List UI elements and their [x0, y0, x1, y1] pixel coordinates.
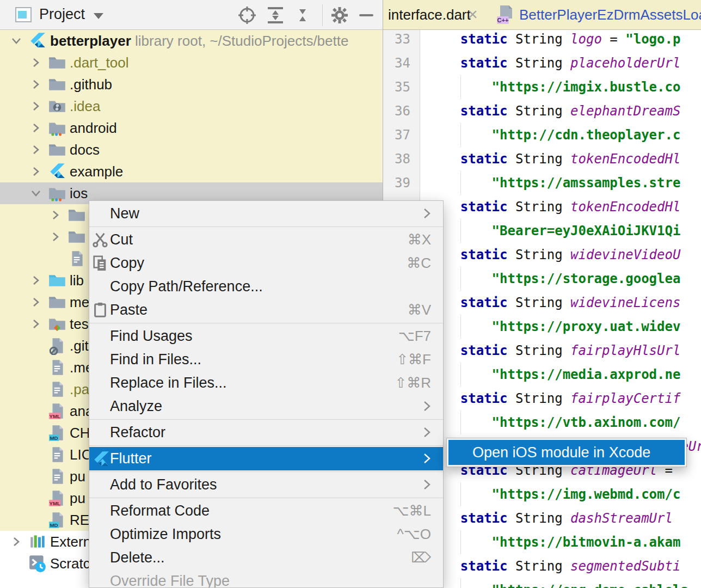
menu-item-new[interactable]: New — [89, 202, 443, 225]
tree-item-label: .git — [70, 335, 89, 357]
menu-item-copy-path-reference[interactable]: Copy Path/Reference... — [89, 275, 443, 298]
tree-item-docs[interactable]: docs — [0, 139, 383, 161]
scratches-icon — [28, 554, 47, 573]
locate-target-icon[interactable] — [237, 5, 257, 25]
tree-item-label: .github — [70, 74, 112, 95]
menu-item-label: Find Usages — [110, 324, 193, 348]
menu-item-flutter[interactable]: Flutter — [89, 447, 443, 470]
cpp-file-icon: C++ — [495, 4, 514, 25]
menu-item-find-usages[interactable]: Find Usages⌥F7 — [89, 324, 443, 348]
ide-window: Project betterplayer library root, ~/Stu… — [0, 0, 701, 588]
menu-item-find-in-files[interactable]: Find in Files...⇧⌘F — [89, 348, 443, 371]
folder-icon — [48, 140, 66, 159]
file-text-icon — [48, 380, 66, 399]
tree-item-label: me — [70, 291, 89, 313]
chevron-right-icon[interactable] — [29, 317, 42, 330]
chevron-right-icon[interactable] — [29, 143, 42, 156]
code-line-41[interactable]: "Bearer=eyJ0eXAiOiJKV1Qi — [429, 219, 680, 243]
tab-betterplayer-ezdrm[interactable]: BetterPlayerEzDrmAssetsLoaderD — [519, 7, 701, 23]
chevron-right-icon[interactable] — [29, 100, 42, 113]
chevron-right-icon[interactable] — [29, 165, 42, 178]
code-line-42[interactable]: static String widevineVideoU — [429, 243, 680, 267]
menu-item-shortcut: ⌥⌘L — [393, 499, 431, 523]
menu-item-cut[interactable]: Cut⌘X — [89, 228, 443, 252]
file-ignored-icon — [48, 336, 66, 355]
menu-item-shortcut: ⇧⌘R — [395, 371, 431, 395]
tree-item-.dart_tool[interactable]: .dart_tool — [0, 52, 383, 74]
menu-item-refactor[interactable]: Refactor — [89, 421, 443, 444]
code-line-34[interactable]: static String placeholderUrl — [429, 51, 680, 75]
file-yml-icon: YML — [48, 402, 66, 420]
menu-item-copy[interactable]: Copy⌘C — [89, 252, 443, 275]
file-md-icon: MD — [48, 424, 66, 442]
code-line-55[interactable]: static String segmentedSubti — [429, 554, 680, 578]
tree-item-android[interactable]: android — [0, 117, 383, 139]
folder-icon — [67, 228, 86, 246]
code-line-33[interactable]: static String logo = "logo.p — [429, 27, 680, 51]
chevron-right-icon[interactable] — [29, 56, 42, 69]
menu-item-reformat-code[interactable]: Reformat Code⌥⌘L — [89, 499, 443, 523]
chevron-right-icon[interactable] — [49, 209, 62, 222]
code-line-39[interactable]: "https://amssamples.stre — [429, 171, 680, 195]
code-line-35[interactable]: "https://imgix.bustle.co — [429, 75, 680, 99]
menu-item-open-ios-module-in-xcode[interactable]: Open iOS module in Xcode — [448, 440, 685, 465]
code-line-46[interactable]: static String fairplayHlsUrl — [429, 339, 680, 363]
code-line-49[interactable]: "https://vtb.axinom.com/ — [429, 411, 680, 434]
menu-item-add-to-favorites[interactable]: Add to Favorites — [89, 473, 443, 497]
chevron-right-icon[interactable] — [49, 230, 62, 243]
folder-icon — [48, 75, 66, 94]
tree-item-label: pu — [70, 487, 85, 509]
tree-item-.github[interactable]: .github — [0, 74, 383, 95]
project-panel-title[interactable]: Project — [39, 6, 85, 23]
code-line-43[interactable]: "https://storage.googlea — [429, 267, 680, 291]
expand-collapse-icon[interactable] — [266, 5, 285, 25]
submenu-arrow-icon — [420, 207, 433, 220]
code-line-40[interactable]: static String tokenEncodedHl — [429, 195, 680, 219]
paste-icon — [92, 302, 108, 318]
chevron-right-icon[interactable] — [29, 78, 42, 91]
menu-item-shortcut: ⌘V — [408, 298, 431, 322]
file-text-icon — [67, 249, 86, 268]
tree-item-label: Scratc — [50, 553, 90, 574]
tab-interface-dart[interactable]: interface.dart — [388, 7, 471, 23]
menu-item-delete[interactable]: Delete...⌦ — [89, 546, 443, 569]
code-line-38[interactable]: static String tokenEncodedHl — [429, 147, 680, 171]
chevron-right-icon[interactable] — [29, 274, 42, 287]
menu-item-optimize-imports[interactable]: Optimize Imports^⌥O — [89, 523, 443, 546]
chevron-right-icon[interactable] — [29, 296, 42, 309]
menu-separator — [89, 226, 443, 227]
file-text-icon — [48, 358, 66, 377]
code-line-53[interactable]: static String dashStreamUrl — [429, 506, 673, 530]
code-line-47[interactable]: "https://media.axprod.ne — [429, 363, 680, 387]
chevron-right-icon[interactable] — [10, 535, 23, 548]
code-line-48[interactable]: static String fairplayCertif — [429, 387, 680, 411]
code-line-45[interactable]: "https://proxy.uat.widev — [429, 315, 680, 339]
code-line-37[interactable]: "http://cdn.theoplayer.c — [429, 123, 680, 147]
menu-item-analyze[interactable]: Analyze — [89, 395, 443, 418]
code-line-56[interactable]: "https://eng-demo.cablela — [429, 578, 688, 588]
tree-item-.idea[interactable]: .idea — [0, 95, 383, 117]
chevron-down-icon[interactable] — [29, 187, 42, 200]
project-toolbar: Project — [0, 0, 383, 30]
chevron-down-icon[interactable] — [94, 13, 103, 19]
chevron-down-icon[interactable] — [10, 34, 23, 47]
code-line-36[interactable]: static String elephantDreamS — [429, 99, 680, 123]
menu-item-replace-in-files[interactable]: Replace in Files...⇧⌘R — [89, 371, 443, 395]
collapse-all-icon[interactable] — [293, 5, 312, 25]
code-line-54[interactable]: "https://bitmovin-a.akam — [429, 530, 680, 554]
code-line-44[interactable]: static String widevineLicens — [429, 291, 680, 315]
tree-item-example[interactable]: example — [0, 161, 383, 182]
settings-gear-icon[interactable] — [330, 5, 349, 25]
folder-module-icon — [48, 184, 66, 203]
menu-item-label: Delete... — [110, 546, 165, 569]
code-line-52[interactable]: "https://img.webmd.com/c — [429, 482, 680, 506]
chevron-right-icon[interactable] — [29, 121, 42, 134]
scissors-icon — [92, 231, 108, 248]
hide-panel-icon[interactable] — [359, 14, 373, 16]
tree-item-betterplayer[interactable]: betterplayer library root, ~/StudioProje… — [0, 30, 383, 52]
svg-text:C++: C++ — [497, 17, 509, 23]
menu-separator — [89, 471, 443, 472]
menu-item-paste[interactable]: Paste⌘V — [89, 298, 443, 322]
menu-item-label: Override File Type — [110, 569, 230, 588]
close-icon[interactable]: × — [468, 4, 478, 24]
